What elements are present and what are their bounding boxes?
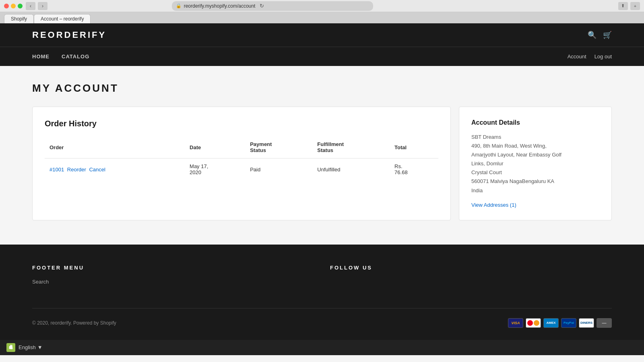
browser-chrome: ‹ › 🔒 reorderify.myshopify.com/account ↻… <box>0 0 644 12</box>
dropdown-arrow: ▼ <box>37 344 43 350</box>
payment-amex: AMEX <box>543 318 559 328</box>
content-grid: Order History Order Date PaymentStatus F… <box>32 107 612 220</box>
payment-diners: DINERS <box>579 318 594 328</box>
back-button[interactable]: ‹ <box>26 2 35 10</box>
shopify-icon <box>8 345 14 350</box>
browser-right-controls: ⬆ + <box>618 2 640 10</box>
forward-button[interactable]: › <box>38 2 47 10</box>
site-footer: FOOTER MENU Search FOLLOW US © 2020, reo… <box>0 245 644 340</box>
account-addr4: Crystal Court <box>471 169 502 175</box>
footer-copyright: © 2020, reorderify. Powered by Shopify <box>32 320 116 326</box>
order-table: Order Date PaymentStatus FulfillmentStat… <box>45 138 438 180</box>
reload-button[interactable]: ↻ <box>258 2 266 10</box>
order-cell-fulfillment: Unfulfilled <box>312 158 390 181</box>
view-addresses-link[interactable]: View Addresses (1) <box>471 202 516 208</box>
header-icons: 🔍 🛒 <box>588 31 612 39</box>
language-bar: English ▼ <box>0 340 644 355</box>
account-name: SBT Dreams <box>471 134 501 140</box>
browser-window-controls[interactable] <box>4 4 23 8</box>
nav-home[interactable]: HOME <box>32 47 50 66</box>
order-table-header-row: Order Date PaymentStatus FulfillmentStat… <box>45 138 438 158</box>
tab-account-reorderify[interactable]: Account – reorderify <box>34 14 91 23</box>
account-addr3: Links, Domlur <box>471 160 503 167</box>
close-window-button[interactable] <box>4 4 9 8</box>
footer-menu-section: FOOTER MENU Search <box>32 265 314 288</box>
url-text: reorderify.myshopify.com/account <box>184 3 256 9</box>
page-title: MY ACCOUNT <box>32 82 612 95</box>
minimize-window-button[interactable] <box>11 4 16 8</box>
site-logo[interactable]: REORDERIFY <box>32 30 106 40</box>
nav-account[interactable]: Account <box>568 53 586 60</box>
payment-visa: VISA <box>508 318 523 328</box>
footer-follow-title: FOLLOW US <box>330 265 612 271</box>
reorder-link[interactable]: Reorder <box>67 167 86 173</box>
nav-left: HOME CATALOG <box>32 47 89 66</box>
nav-right: Account Log out <box>568 53 612 60</box>
order-cell-date: May 17,2020 <box>185 158 245 181</box>
col-fulfillment-status: FulfillmentStatus <box>312 138 390 158</box>
tab-shopify-label: Shopify <box>11 16 27 22</box>
bookmark-button[interactable]: + <box>630 2 640 10</box>
footer-top: FOOTER MENU Search FOLLOW US <box>32 265 612 288</box>
payment-icons: VISA AMEX PayPal DINERS — <box>508 318 612 328</box>
nav-catalog[interactable]: CATALOG <box>62 47 89 66</box>
order-cell-total: Rs.76.68 <box>390 158 438 181</box>
site-header: REORDERIFY 🔍 🛒 HOME CATALOG Account Log … <box>0 23 644 66</box>
shopify-logo <box>6 343 15 352</box>
language-label: English <box>19 344 36 350</box>
order-number-link[interactable]: #1001 <box>50 167 64 173</box>
nav-logout[interactable]: Log out <box>594 53 612 60</box>
ssl-lock-icon: 🔒 <box>176 3 182 8</box>
cart-icon: 🛒 <box>603 31 612 39</box>
main-nav: HOME CATALOG Account Log out <box>0 47 644 66</box>
col-order: Order <box>45 138 185 158</box>
col-date: Date <box>185 138 245 158</box>
search-icon: 🔍 <box>588 31 597 39</box>
payment-paypal: PayPal <box>561 318 576 328</box>
footer-bottom: © 2020, reorderify. Powered by Shopify V… <box>32 308 612 328</box>
order-history-card: Order History Order Date PaymentStatus F… <box>32 107 451 220</box>
cancel-link[interactable]: Cancel <box>89 167 105 173</box>
account-addr1: 490, 8th Main Road, West Wing, <box>471 143 547 149</box>
account-addr2: Amarjyothi Layout, Near Embassy Golf <box>471 152 561 158</box>
cart-button[interactable]: 🛒 <box>603 31 612 39</box>
header-top: REORDERIFY 🔍 🛒 <box>0 23 644 47</box>
search-button[interactable]: 🔍 <box>588 31 597 39</box>
account-details-card: Account Details SBT Dreams 490, 8th Main… <box>459 107 612 220</box>
share-button[interactable]: ⬆ <box>618 2 628 10</box>
address-bar[interactable]: 🔒 reorderify.myshopify.com/account ↻ <box>172 1 373 11</box>
order-table-header: Order Date PaymentStatus FulfillmentStat… <box>45 138 438 158</box>
footer-menu-title: FOOTER MENU <box>32 265 314 271</box>
account-addr5: 560071 Malviya NagaBengaluru KA <box>471 178 554 184</box>
account-detail-address: SBT Dreams 490, 8th Main Road, West Wing… <box>471 133 599 195</box>
payment-mastercard <box>526 318 541 328</box>
col-payment-status: PaymentStatus <box>245 138 312 158</box>
maximize-window-button[interactable] <box>18 4 23 8</box>
account-details-title: Account Details <box>471 119 599 126</box>
col-total: Total <box>390 138 438 158</box>
payment-generic: — <box>597 318 612 328</box>
footer-search-link[interactable]: Search <box>32 279 314 285</box>
order-history-title: Order History <box>45 119 438 128</box>
browser-navigation-controls: ‹ › <box>26 2 47 10</box>
order-cell-payment: Paid <box>245 158 312 181</box>
tab-account-label: Account – reorderify <box>41 16 84 22</box>
order-table-body: #1001 Reorder Cancel May 17,2020 Paid Un… <box>45 158 438 181</box>
language-selector[interactable]: English ▼ <box>19 344 43 350</box>
footer-follow-section: FOLLOW US <box>330 265 612 288</box>
tabs-bar: Shopify Account – reorderify <box>0 12 644 23</box>
account-addr6: India <box>471 187 483 193</box>
order-cell-order: #1001 Reorder Cancel <box>45 158 185 181</box>
order-row-1001: #1001 Reorder Cancel May 17,2020 Paid Un… <box>45 158 438 181</box>
main-content: MY ACCOUNT Order History Order Date Paym… <box>0 66 644 245</box>
tab-shopify[interactable]: Shopify <box>4 14 34 23</box>
